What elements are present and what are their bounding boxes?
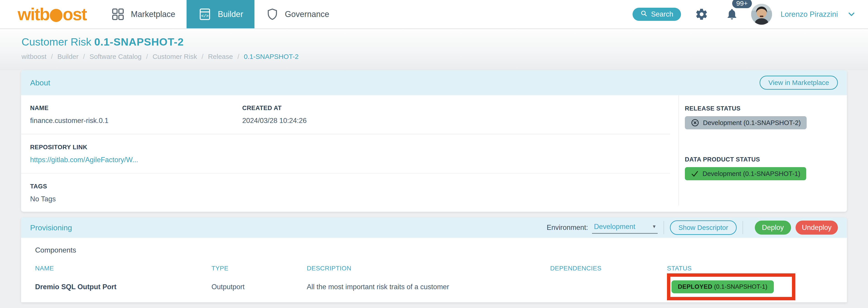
deploy-button[interactable]: Deploy — [755, 221, 791, 235]
field-name: NAME finance.customer-risk.0.1 — [30, 104, 242, 125]
column-header-name: NAME — [35, 265, 212, 272]
controls-divider — [663, 221, 664, 234]
about-section-title: About — [30, 79, 50, 87]
component-status-cell: DEPLOYED (0.1-SNAPSHOT-1) — [667, 273, 838, 300]
grid-icon — [111, 7, 125, 21]
nav-item-marketplace[interactable]: Marketplace — [100, 0, 187, 28]
provisioning-card-header: Provisioning Environment: Development ▼ … — [21, 217, 847, 238]
nav-item-label: Marketplace — [131, 9, 175, 19]
component-status-badge: DEPLOYED (0.1-SNAPSHOT-1) — [672, 280, 774, 293]
environment-label: Environment: — [547, 223, 588, 232]
search-button-label: Search — [651, 10, 673, 18]
select-arrow-icon: ▼ — [652, 224, 656, 229]
release-status-label: RELEASE STATUS — [685, 105, 807, 112]
column-header-type: TYPE — [212, 265, 307, 272]
top-nav-bar: witbost Marketplace </> — [0, 0, 868, 29]
check-icon — [691, 170, 699, 178]
data-product-status-text: Development (0.1-SNAPSHOT-1) — [703, 170, 800, 178]
column-header-dependencies: DEPENDENCIES — [550, 265, 667, 272]
status-detail-text: (0.1-SNAPSHOT-1) — [714, 283, 768, 290]
field-created-at-label: CREATED AT — [242, 104, 454, 112]
search-button[interactable]: Search — [632, 8, 681, 21]
view-in-marketplace-button[interactable]: View in Marketplace — [760, 75, 838, 90]
nav-item-builder[interactable]: </> Builder — [187, 0, 254, 28]
provisioning-controls: Environment: Development ▼ Show Descript… — [547, 220, 838, 235]
column-header-status: STATUS — [667, 265, 838, 272]
field-repository-link-label: REPOSITORY LINK — [30, 144, 242, 151]
code-window-icon: </> — [198, 7, 212, 21]
about-card: About View in Marketplace NAME finance.c… — [21, 70, 847, 212]
about-fields: NAME finance.customer-risk.0.1 CREATED A… — [21, 95, 670, 212]
bell-icon — [726, 8, 738, 20]
about-status-column: RELEASE STATUS Development (0.1-SNAPSHOT… — [685, 105, 807, 180]
about-row-3: TAGS No Tags — [21, 174, 670, 212]
logo-text-pre: witb — [18, 4, 49, 24]
breadcrumb-separator: / — [146, 53, 148, 60]
about-row-1: NAME finance.customer-risk.0.1 CREATED A… — [21, 95, 670, 134]
nav-item-governance[interactable]: Governance — [254, 0, 341, 28]
notifications-button[interactable]: 99+ — [726, 8, 738, 20]
breadcrumb-separator: / — [83, 53, 85, 60]
page-title-regular: Customer Risk — [22, 36, 91, 48]
breadcrumb-item-current: 0.1-SNAPSHOT-2 — [244, 53, 299, 60]
breadcrumb-item-customer-risk[interactable]: Customer Risk — [153, 53, 197, 60]
status-main-text: DEPLOYED — [678, 283, 712, 290]
avatar[interactable] — [751, 4, 772, 25]
breadcrumb: witboost / Builder / Software Catalog / … — [22, 53, 299, 60]
component-type-cell: Outputport — [212, 283, 307, 291]
repository-link[interactable]: https://gitlab.com/AgileFactory/W... — [30, 156, 138, 164]
page-title: Customer Risk 0.1-SNAPSHOT-2 — [22, 36, 184, 48]
field-name-value: finance.customer-risk.0.1 — [30, 117, 242, 125]
breadcrumb-separator: / — [202, 53, 203, 60]
about-row-2: REPOSITORY LINK https://gitlab.com/Agile… — [21, 134, 670, 174]
field-tags: TAGS No Tags — [30, 183, 242, 203]
spacer — [685, 129, 807, 156]
breadcrumb-item-software-catalog[interactable]: Software Catalog — [89, 53, 142, 60]
release-status-badge: Development (0.1-SNAPSHOT-2) — [685, 116, 807, 129]
about-vertical-divider — [679, 95, 679, 206]
header-right-cluster: Search 99+ — [632, 0, 856, 28]
provisioning-card-body: Components NAME TYPE DESCRIPTION DEPENDE… — [21, 238, 847, 300]
breadcrumb-item-builder[interactable]: Builder — [57, 53, 78, 60]
show-descriptor-button[interactable]: Show Descriptor — [670, 220, 737, 235]
chevron-down-icon — [847, 10, 856, 18]
provisioning-section-title: Provisioning — [30, 223, 72, 232]
user-menu-toggle[interactable] — [847, 10, 856, 18]
notifications-count-badge: 99+ — [732, 0, 752, 8]
breadcrumb-item-witboost[interactable]: witboost — [22, 53, 46, 60]
component-description-cell: All the most important risk traits of a … — [307, 283, 550, 291]
environment-select[interactable]: Development ▼ — [592, 222, 658, 234]
data-product-status-badge: Development (0.1-SNAPSHOT-1) — [685, 167, 806, 180]
logo-o-dot — [50, 9, 62, 22]
settings-button[interactable] — [695, 8, 708, 21]
shield-icon — [266, 8, 279, 21]
user-name[interactable]: Lorenzo Pirazzini — [781, 10, 838, 19]
environment-selected-value: Development — [594, 223, 635, 231]
main-nav: Marketplace </> Builder G — [100, 0, 341, 28]
logo-text-post: ost — [63, 4, 87, 24]
field-tags-value: No Tags — [30, 195, 242, 203]
search-icon — [640, 10, 648, 19]
breadcrumb-item-release[interactable]: Release — [208, 53, 233, 60]
annotation-highlight-box: DEPLOYED (0.1-SNAPSHOT-1) — [667, 273, 795, 300]
about-card-body: NAME finance.customer-risk.0.1 CREATED A… — [21, 95, 847, 212]
avatar-photo — [751, 4, 772, 25]
table-row[interactable]: Dremio SQL Output Port Outputport All th… — [35, 273, 838, 300]
component-name-cell[interactable]: Dremio SQL Output Port — [35, 283, 212, 291]
nav-item-label: Governance — [285, 9, 329, 19]
page-header-zone: Customer Risk 0.1-SNAPSHOT-2 witboost / … — [0, 29, 868, 70]
controls-divider — [743, 221, 743, 234]
witboost-logo[interactable]: witbost — [18, 0, 87, 28]
app-root: witbost Marketplace </> — [0, 0, 868, 308]
about-card-header: About View in Marketplace — [21, 70, 847, 95]
undeploy-button[interactable]: Undeploy — [796, 221, 838, 235]
breadcrumb-separator: / — [238, 53, 239, 60]
page-title-version: 0.1-SNAPSHOT-2 — [94, 36, 184, 48]
field-created-at: CREATED AT 2024/03/28 10:24:26 — [242, 104, 454, 125]
field-tags-label: TAGS — [30, 183, 242, 190]
svg-text:</>: </> — [201, 13, 209, 18]
provisioning-card: Provisioning Environment: Development ▼ … — [21, 217, 847, 302]
components-table: NAME TYPE DESCRIPTION DEPENDENCIES STATU… — [35, 265, 838, 300]
column-header-description: DESCRIPTION — [307, 265, 550, 272]
components-table-header: NAME TYPE DESCRIPTION DEPENDENCIES STATU… — [35, 265, 838, 272]
